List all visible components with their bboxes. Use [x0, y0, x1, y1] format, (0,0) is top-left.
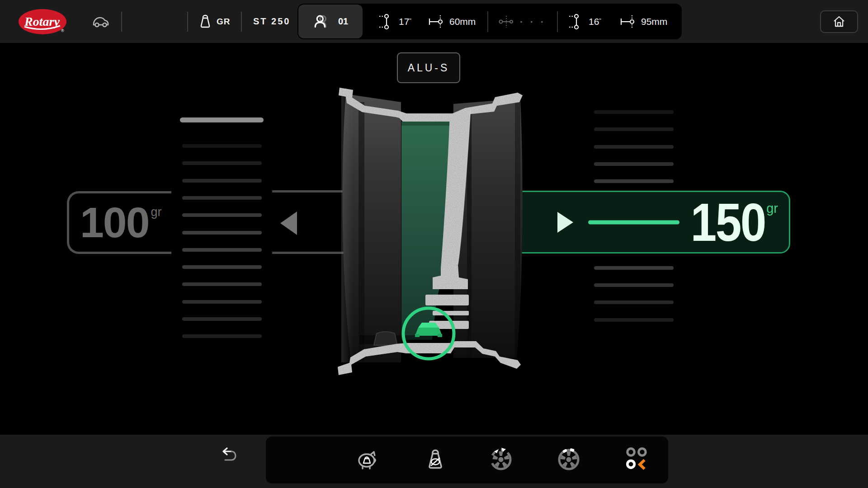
rim-width-icon	[428, 14, 444, 29]
alu-mode-label: ALU-S	[408, 62, 450, 74]
right-ruler-tick	[594, 266, 674, 270]
inch-mark: "	[409, 17, 411, 24]
left-clip-weight	[374, 332, 397, 345]
rim-width-icon	[619, 14, 636, 29]
wheel-position-arrows-icon	[488, 447, 514, 472]
right-weight-value: 150	[691, 201, 765, 243]
rim-width-left-value: 60	[449, 16, 460, 27]
mm-unit: mm	[460, 16, 476, 27]
function-panel	[266, 436, 668, 483]
left-ruler-tick	[182, 179, 262, 183]
home-button[interactable]	[820, 10, 858, 33]
divider	[187, 12, 188, 32]
back-button[interactable]	[216, 441, 245, 470]
left-ruler-tick	[182, 265, 262, 269]
rim-diameter-left-value: 17	[399, 16, 409, 27]
left-ruler-tick	[182, 334, 262, 338]
rotary-logo: Rotary ®	[17, 9, 68, 35]
right-ruler-tick	[594, 162, 674, 166]
split-weight-button[interactable]	[624, 446, 650, 473]
weight-unit-label: GR	[217, 17, 231, 27]
hidden-weight-icon	[423, 447, 448, 472]
operator-button[interactable]: 01	[298, 5, 363, 38]
left-ruler-selected-tick	[180, 117, 264, 122]
left-ruler-tick	[182, 317, 262, 321]
active-chevron	[640, 460, 644, 469]
right-ruler-tick	[594, 179, 674, 183]
vehicle-type-button[interactable]	[90, 11, 111, 32]
measurement-panel: 01 17" 60mm	[297, 4, 682, 39]
machine-model-label: ST 250	[253, 0, 290, 43]
bottom-bar	[0, 435, 868, 488]
rim-width-right-value: 95	[641, 16, 651, 27]
rim-diameter-left[interactable]: 17"	[378, 4, 411, 39]
alu-mode-button[interactable]: ALU-S	[397, 52, 460, 83]
rim-width-right[interactable]: 95mm	[619, 4, 667, 39]
eco-weight-button[interactable]	[354, 446, 380, 473]
back-icon	[220, 446, 241, 465]
left-ruler-tick	[182, 282, 262, 286]
left-ruler-tick	[182, 196, 262, 200]
right-progress-line	[588, 220, 679, 224]
wheel-split-marks-icon	[556, 447, 581, 472]
weight-unit-icon	[199, 14, 212, 30]
rim-diameter-icon	[378, 12, 393, 32]
rim-distance-icon	[498, 14, 514, 29]
operator-value: 01	[338, 16, 348, 27]
left-weight-display[interactable]: 100 gr	[67, 191, 171, 254]
hidden-weight-button[interactable]	[422, 446, 448, 473]
wheel-cross-section	[332, 86, 527, 377]
right-weight-unit: gr	[766, 201, 778, 216]
right-ruler-tick	[594, 110, 674, 114]
registered-mark: ®	[61, 28, 64, 33]
rim-diameter-icon	[568, 12, 583, 32]
brand-text: Rotary	[24, 14, 60, 28]
operator-icon	[313, 13, 330, 30]
right-ruler-tick	[594, 145, 674, 149]
inch-mark: "	[599, 17, 601, 24]
wheel-split-marks-button[interactable]	[556, 446, 582, 473]
split-weight-icon	[624, 446, 650, 473]
right-ruler-tick	[594, 283, 674, 287]
right-ruler-tick	[594, 318, 674, 322]
left-ruler-tick	[182, 144, 262, 148]
left-ruler-tick	[182, 231, 262, 235]
left-ruler-tick	[182, 300, 262, 304]
right-direction-arrow	[557, 212, 573, 233]
home-icon	[832, 14, 846, 29]
left-weight-value: 100	[80, 205, 149, 240]
rim-distance-placeholder: · · ·	[520, 16, 546, 27]
left-ruler-tick	[182, 248, 262, 252]
weight-unit-selector[interactable]: GR	[199, 0, 231, 43]
wheel-position-button[interactable]	[488, 446, 514, 473]
left-ruler-tick	[182, 213, 262, 217]
right-weight-display[interactable]: 150 gr	[510, 191, 790, 253]
car-icon	[91, 12, 111, 32]
divider	[121, 12, 122, 32]
top-bar: Rotary ® GR ST 250	[0, 0, 868, 43]
left-weight-unit: gr	[151, 205, 162, 219]
eco-weight-icon	[354, 447, 380, 472]
right-ruler-tick	[594, 300, 674, 304]
rim-diameter-right[interactable]: 16"	[568, 4, 601, 39]
divider	[487, 11, 488, 32]
left-direction-arrow	[280, 211, 297, 235]
rim-width-left[interactable]: 60mm	[428, 4, 476, 39]
mm-unit: mm	[651, 16, 667, 27]
divider	[557, 11, 558, 32]
right-ruler-tick	[594, 127, 674, 131]
rim-diameter-right-value: 16	[589, 16, 599, 27]
left-ruler-tick	[182, 161, 262, 165]
rim-distance[interactable]: · · ·	[498, 4, 546, 39]
balancer-screen: Rotary ® GR ST 250	[0, 0, 868, 488]
divider	[241, 12, 242, 32]
